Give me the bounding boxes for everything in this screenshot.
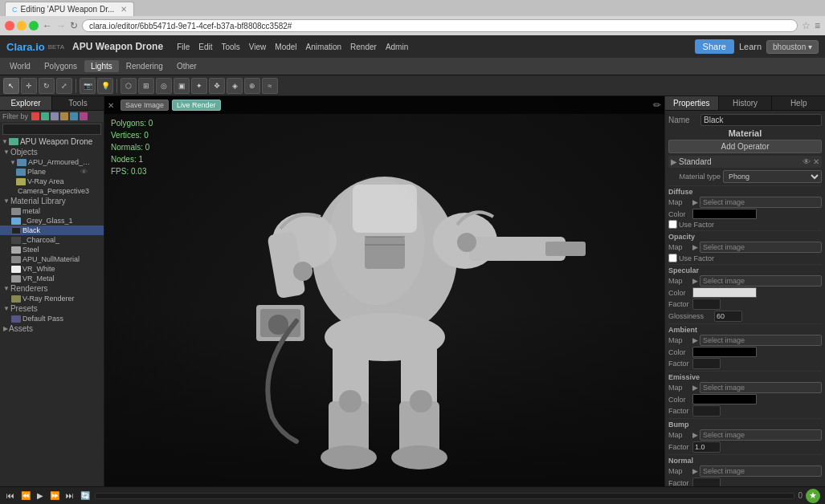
tree-item-vr-white[interactable]: VR_White <box>0 264 104 274</box>
scale-tool-btn[interactable]: ⤢ <box>56 78 72 94</box>
learn-button[interactable]: Learn <box>739 42 762 51</box>
share-button[interactable]: Share <box>695 39 734 54</box>
window-maximize-btn[interactable] <box>29 21 39 30</box>
prop-eye-icon[interactable]: 👁 <box>803 157 811 166</box>
tree-item-grey-glass[interactable]: _Grey_Glass_1 <box>0 216 104 226</box>
tree-item-charcoal[interactable]: _Charcoal_ <box>0 235 104 245</box>
playback-end-btn[interactable]: ⏭ <box>64 491 76 500</box>
specular-color-swatch[interactable] <box>692 287 757 298</box>
diffuse-map-arrow[interactable]: ▶ <box>692 198 698 206</box>
filter-icon-1[interactable] <box>31 112 39 120</box>
tree-section-materials[interactable]: ▼ Material Library <box>0 196 104 206</box>
prop-name-input[interactable] <box>700 114 822 126</box>
filter-icon-5[interactable] <box>70 112 78 120</box>
tool-btn-f[interactable]: ❖ <box>209 78 225 94</box>
playback-prev-btn[interactable]: ⏪ <box>19 491 32 500</box>
menu-icon[interactable]: ≡ <box>815 20 820 31</box>
window-close-btn[interactable] <box>5 21 14 30</box>
specular-factor-input[interactable] <box>692 299 721 310</box>
ambient-color-swatch[interactable] <box>692 347 757 357</box>
specular-map-arrow[interactable]: ▶ <box>692 277 698 285</box>
tool-btn-d[interactable]: ▣ <box>174 78 190 94</box>
tree-section-presets[interactable]: ▼ Presets <box>0 303 104 314</box>
playback-start-btn[interactable]: ⏮ <box>5 491 16 500</box>
menu-tools[interactable]: Tools <box>217 41 243 53</box>
bookmark-icon[interactable]: ☆ <box>802 20 811 31</box>
star-badge[interactable]: ★ <box>806 489 820 503</box>
move-tool-btn[interactable]: ✛ <box>21 78 37 94</box>
ambient-select-image-btn[interactable]: Select image <box>700 335 822 346</box>
tree-item-vr-metal[interactable]: VR_Metal <box>0 274 104 283</box>
tool-btn-c[interactable]: ◎ <box>156 78 172 94</box>
filter-icon-3[interactable] <box>51 112 59 120</box>
playback-play-btn[interactable]: ▶ <box>35 491 45 500</box>
emissive-color-swatch[interactable] <box>692 394 757 404</box>
viewport-canvas[interactable] <box>104 96 664 486</box>
bump-map-arrow[interactable]: ▶ <box>692 431 698 439</box>
glossiness-input[interactable] <box>714 311 742 322</box>
tree-section-renderers[interactable]: ▼ Renderers <box>0 283 104 294</box>
mode-tab-other[interactable]: Other <box>170 60 203 72</box>
sidebar-tab-tools[interactable]: Tools <box>52 96 104 110</box>
menu-admin[interactable]: Admin <box>382 41 412 53</box>
back-btn[interactable]: ← <box>43 20 52 31</box>
timeline-track[interactable] <box>95 493 794 499</box>
menu-view[interactable]: View <box>245 41 271 53</box>
search-input[interactable] <box>2 124 101 135</box>
tree-item-metal[interactable]: metal <box>0 206 104 216</box>
menu-animation[interactable]: Animation <box>302 41 345 53</box>
user-button[interactable]: bhouston ▾ <box>766 40 819 54</box>
add-operator-btn[interactable]: Add Operator <box>668 140 822 153</box>
loop-btn[interactable]: 🔄 <box>79 491 92 500</box>
filter-icon-6[interactable] <box>80 112 88 120</box>
tool-btn-e[interactable]: ✦ <box>191 78 207 94</box>
tree-item-null-material[interactable]: APU_NullMaterial <box>0 254 104 264</box>
menu-render[interactable]: Render <box>346 41 381 53</box>
sidebar-tab-explorer[interactable]: Explorer <box>0 96 52 110</box>
viewport-edit-btn[interactable]: ✏ <box>653 100 661 111</box>
refresh-btn[interactable]: ↻ <box>70 20 78 31</box>
tree-item-plane[interactable]: Plane 👁 <box>0 167 104 177</box>
prop-close-icon[interactable]: ✕ <box>813 157 819 166</box>
rotate-tool-btn[interactable]: ↻ <box>39 78 55 94</box>
bump-select-image-btn[interactable]: Select image <box>700 429 822 441</box>
menu-file[interactable]: File <box>173 41 194 53</box>
diffuse-use-factor-checkbox[interactable] <box>668 220 677 229</box>
tool-btn-i[interactable]: ≈ <box>262 78 278 94</box>
filter-icon-2[interactable] <box>41 112 49 120</box>
tree-item-steel[interactable]: Steel <box>0 245 104 254</box>
save-image-btn[interactable]: Save Image <box>120 100 169 111</box>
viewport-close-icon[interactable]: ✕ <box>108 101 114 110</box>
prop-arrow-icon[interactable]: ▶ <box>671 157 677 166</box>
emissive-map-arrow[interactable]: ▶ <box>692 384 698 392</box>
tree-item-black[interactable]: Black <box>0 226 104 235</box>
tool-btn-g[interactable]: ◈ <box>227 78 243 94</box>
address-bar[interactable]: clara.io/editor/6bb5471d-9e71-4cef-b37a-… <box>82 19 798 32</box>
light-tool-btn[interactable]: 💡 <box>97 78 113 94</box>
tree-item-apu[interactable]: ▼ APU_Armoured_Personnel_II... <box>0 157 104 167</box>
camera-tool-btn[interactable]: 📷 <box>80 78 96 94</box>
mode-tab-lights[interactable]: Lights <box>84 60 119 72</box>
tree-item-vray-area[interactable]: V-Ray Area <box>0 177 104 186</box>
tree-section-assets[interactable]: ▶ Assets <box>0 323 104 334</box>
emissive-select-image-btn[interactable]: Select image <box>700 382 822 393</box>
select-tool-btn[interactable]: ↖ <box>3 78 19 94</box>
tree-item-default-pass[interactable]: Default Pass <box>0 314 104 323</box>
normal-select-image-btn[interactable]: Select image <box>700 465 822 477</box>
menu-model[interactable]: Model <box>271 41 300 53</box>
tool-btn-a[interactable]: ⬡ <box>120 78 137 94</box>
prop-tab-help[interactable]: Help <box>772 96 825 110</box>
tree-item-vray-renderer[interactable]: V-Ray Renderer <box>0 294 104 303</box>
opacity-map-arrow[interactable]: ▶ <box>692 243 698 251</box>
window-minimize-btn[interactable] <box>17 21 27 30</box>
ambient-factor-input[interactable] <box>692 358 721 369</box>
opacity-use-factor-checkbox[interactable] <box>668 254 677 262</box>
live-render-btn[interactable]: Live Render <box>172 100 221 111</box>
bump-factor-input[interactable] <box>692 441 721 453</box>
tree-item-camera[interactable]: Camera_Perspective3 <box>0 186 104 196</box>
tree-section-objects[interactable]: ▼ Objects <box>0 147 104 157</box>
forward-btn[interactable]: → <box>56 20 66 31</box>
tool-btn-b[interactable]: ⊞ <box>138 78 154 94</box>
browser-tab[interactable]: C Editing 'APU Weapon Dr... ✕ <box>5 2 134 16</box>
menu-edit[interactable]: Edit <box>194 41 216 53</box>
